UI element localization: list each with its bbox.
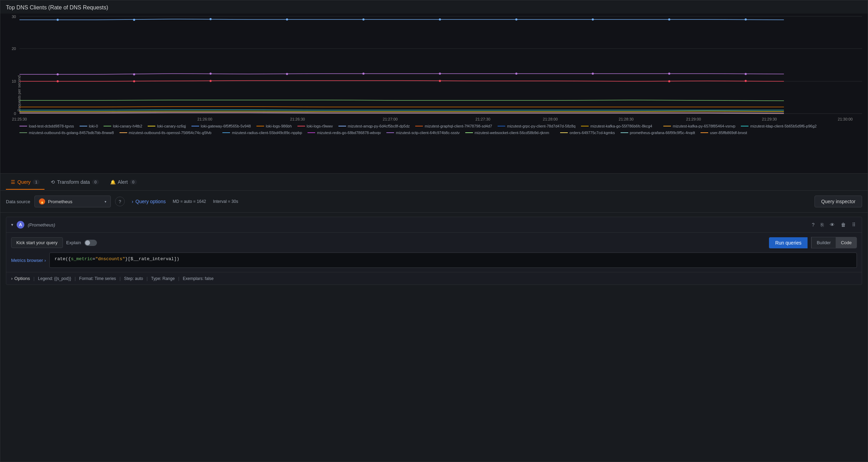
svg-point-21 [286,18,288,20]
query-equals: = [92,256,95,262]
metrics-browser-label: Metrics browser [11,258,43,263]
legend-item: loki-logs-r9wwv [297,123,333,129]
transform-tab-label: Transform data [57,179,90,185]
svg-point-29 [133,73,135,75]
legend-item: mizutest-outbound-tls-openssl-756f64c74c… [120,130,212,135]
query-controls-row: Kick start your query Explain Run querie… [11,237,857,248]
legend-color [621,132,628,133]
tab-transform[interactable]: ⟲ Transform data 0 [46,175,104,190]
panel-title: Top DNS Clients (Rate of DNS Requests) [0,0,868,14]
svg-text:21:28:30: 21:28:30 [619,117,634,121]
query-copy-icon[interactable]: ⎘ [819,221,825,229]
svg-point-27 [745,18,747,20]
legend-item: user-85ffb869df-bnxst [701,130,747,135]
svg-point-37 [745,73,747,75]
chart-svg: 0 10 20 30 21:25:30 21:26:00 21:26:30 21… [19,16,862,121]
run-queries-button[interactable]: Run queries [769,237,808,248]
query-more-icon[interactable]: ⠿ [851,221,857,229]
query-label-brace: { [68,256,71,262]
metrics-browser-link[interactable]: Metrics browser › [11,258,46,263]
svg-text:21:26:00: 21:26:00 [197,117,212,121]
svg-point-33 [439,73,441,75]
svg-point-31 [286,73,288,75]
legend-item: mizutest-graphql-client-7f478798-sd4d7 [415,123,492,129]
chevron-down-icon: ▾ [105,200,106,204]
query-help-icon[interactable]: ? [810,221,816,229]
legend-label: user-85ffb869df-bnxst [710,131,747,135]
query-function: rate( [55,256,68,262]
query-collapse-button[interactable]: ▾ [11,222,13,227]
legend-color [297,126,305,126]
legend-label: loki-logs-r9wwv [307,124,333,128]
exemplars-option: Exemplars: false [183,276,214,281]
alert-tab-icon: 🔔 [110,180,116,185]
svg-text:21:27:00: 21:27:00 [383,117,398,121]
svg-text:10: 10 [12,79,16,83]
type-option: Type: Range [151,276,175,281]
transform-tab-icon: ⟲ [51,179,55,185]
explain-toggle[interactable] [84,240,97,246]
legend-color [560,132,568,133]
transform-tab-badge: 0 [92,180,99,184]
query-options-interval: Interval = 30s [213,199,238,204]
options-toggle[interactable]: › Options [11,276,30,281]
code-mode-button[interactable]: Code [836,237,857,248]
tab-query[interactable]: ☰ Query 1 [6,175,44,190]
svg-point-39 [133,80,135,82]
legend-label: mizutest-ldap-client-5b65b5d9f6-p96g2 [750,124,817,128]
legend-item: mizutest-radius-client-55bd49c89c-nppbp [222,130,302,135]
tab-alert[interactable]: 🔔 Alert 0 [105,175,142,190]
legend-label: loki-logs-986bh [266,124,292,128]
options-divider3: | [120,276,121,281]
legend-color [581,126,589,126]
legend-item: loki-canary-h4tb2 [104,123,142,129]
svg-text:21:27:30: 21:27:30 [475,117,490,121]
svg-point-24 [515,18,517,20]
legend-color [120,132,127,133]
chart-inner: Requests per second 0 10 20 30 21:25:30 … [0,16,862,171]
metrics-browser-arrow-icon: › [44,258,46,263]
svg-point-41 [439,80,441,82]
view-mode-buttons: Builder Code [811,237,857,248]
query-input-field[interactable]: rate({s_metric="dnscounts"}[$__rate_inte… [49,253,857,268]
svg-point-23 [439,18,441,20]
query-tab-icon: ☰ [11,179,15,185]
builder-mode-button[interactable]: Builder [811,237,835,248]
query-block-body: Kick start your query Explain Run querie… [6,233,862,272]
legend-label: mizutest-kafka-py-6578f85464-vsnvp [673,124,735,128]
legend-color [701,132,708,133]
legend-color [386,132,394,133]
legend-option: Legend: {{s_pod}} [38,276,71,281]
svg-point-26 [668,18,670,20]
query-block-actions: ? ⎘ 👁 🗑 ⠿ [810,221,857,229]
query-inspector-button[interactable]: Query inspector [814,196,862,207]
svg-text:21:29:00: 21:29:00 [686,117,701,121]
query-options-button[interactable]: › Query options [129,197,169,206]
kick-start-button[interactable]: Kick start your query [11,237,63,248]
query-options-label: Query options [136,199,166,204]
legend-label: mizutest-websocket-client-56cd58b9d-rjkn… [475,131,549,135]
legend-item: mizutest-redis-go-68bd786878-wbvqv [308,130,381,135]
svg-text:21:26:30: 21:26:30 [290,117,305,121]
svg-point-34 [515,73,517,75]
legend-item: loki-0 [80,123,98,129]
query-eye-icon[interactable]: 👁 [828,221,836,229]
legend-color [741,126,748,126]
tabs-bar: ☰ Query 1 ⟲ Transform data 0 🔔 Alert 0 [0,173,868,191]
svg-point-19 [133,19,135,21]
legend-color [465,132,473,133]
legend-item: mizutest-outbound-tls-golang-8457bdb7bb-… [19,130,114,135]
chart-legend: load-test-dcbdd9878-tgvss loki-0 loki-ca… [19,121,862,137]
svg-text:30: 30 [12,15,16,19]
query-trash-icon[interactable]: 🗑 [840,221,847,229]
svg-point-42 [668,80,670,82]
datasource-selector[interactable]: 🔥 Prometheus ▾ [34,196,111,207]
datasource-help-button[interactable]: ? [115,197,125,206]
legend-label: loki-canary-sz6qj [157,124,186,128]
legend-item: mizutest-grpc-py-client-78d7d47d-58z8q [498,123,575,129]
svg-point-40 [210,80,212,82]
svg-point-20 [210,18,212,20]
options-label: Options [14,276,30,281]
legend-label: mizutest-outbound-tls-golang-8457bdb7bb-… [29,131,114,135]
options-divider2: | [75,276,76,281]
